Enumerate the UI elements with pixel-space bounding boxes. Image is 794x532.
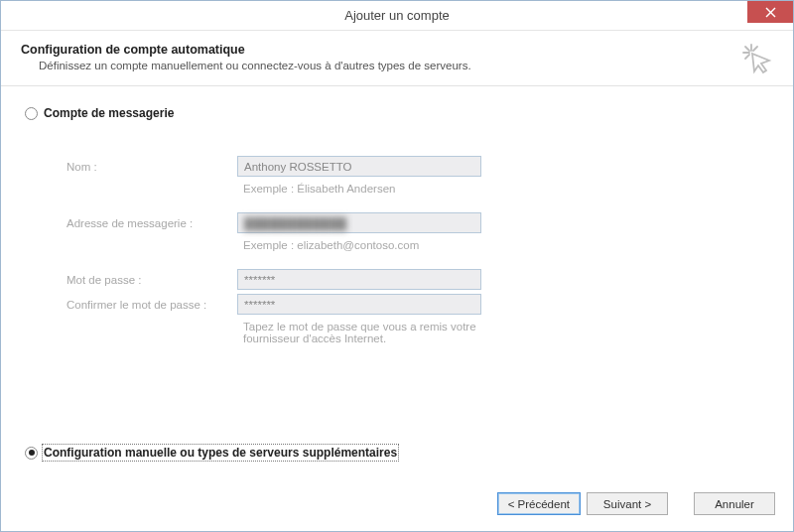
titlebar: Ajouter un compte	[1, 1, 793, 31]
option-manual-config-label: Configuration manuelle ou types de serve…	[44, 446, 397, 460]
radio-icon	[25, 107, 38, 120]
email-hint: Exemple : elizabeth@contoso.com	[237, 237, 485, 265]
cancel-button[interactable]: Annuler	[694, 492, 775, 515]
next-button[interactable]: Suivant >	[587, 492, 668, 515]
option-email-account-label: Compte de messagerie	[44, 106, 174, 120]
option-manual-config[interactable]: Configuration manuelle ou types de serve…	[25, 446, 397, 460]
window-title: Ajouter un compte	[1, 8, 793, 23]
svg-line-6	[745, 55, 749, 59]
wizard-body: Compte de messagerie Nom : Anthony ROSSE…	[1, 86, 793, 485]
name-field[interactable]: Anthony ROSSETTO	[237, 156, 481, 177]
confirm-password-label: Confirmer le mot de passe :	[66, 299, 225, 311]
password-label: Mot de passe :	[66, 274, 225, 286]
svg-line-4	[745, 47, 749, 51]
close-icon	[765, 7, 776, 18]
back-button[interactable]: < Précédent	[497, 492, 581, 515]
radio-icon	[25, 447, 38, 460]
name-label: Nom :	[66, 161, 225, 173]
header-subtitle: Définissez un compte manuellement ou con…	[39, 60, 773, 71]
name-hint: Exemple : Élisabeth Andersen	[237, 181, 485, 208]
email-form: Nom : Anthony ROSSETTO Exemple : Élisabe…	[66, 156, 769, 344]
email-field[interactable]: ████████████	[237, 212, 481, 233]
add-account-window: Ajouter un compte Configuration de compt…	[0, 0, 794, 532]
confirm-password-field[interactable]: *******	[237, 294, 481, 315]
email-label: Adresse de messagerie :	[66, 217, 225, 229]
password-hint: Tapez le mot de passe que vous a remis v…	[237, 319, 485, 344]
svg-line-5	[753, 47, 757, 51]
header-title: Configuration de compte automatique	[21, 43, 773, 57]
cursor-click-icon	[741, 43, 775, 79]
password-field[interactable]: *******	[237, 269, 481, 290]
wizard-footer: < Précédent Suivant > Annuler	[1, 485, 793, 531]
wizard-header: Configuration de compte automatique Défi…	[1, 31, 793, 86]
option-email-account[interactable]: Compte de messagerie	[25, 106, 769, 120]
close-button[interactable]	[747, 1, 793, 23]
